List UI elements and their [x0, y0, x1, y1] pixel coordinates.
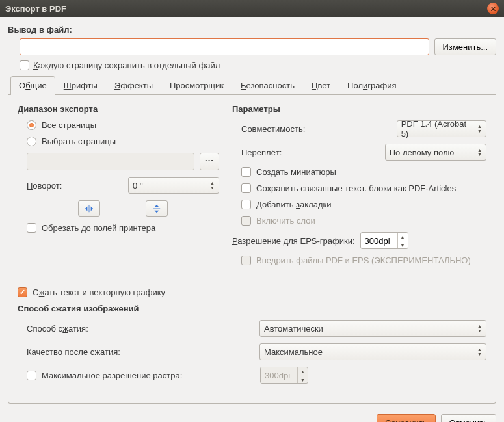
crop-checkbox[interactable]: [27, 223, 36, 233]
max-res-input: [261, 367, 297, 383]
spin-up-icon: ▲: [398, 233, 408, 241]
cancel-button[interactable]: Отменить: [441, 414, 496, 422]
compat-combo[interactable]: PDF 1.4 (Acrobat 5) ▲▼: [397, 120, 486, 137]
dialog-footer: Сохранить Отменить: [0, 409, 504, 422]
binding-label: Переплёт:: [241, 148, 282, 157]
save-button[interactable]: Сохранить: [377, 414, 436, 422]
save-each-page-checkbox[interactable]: [20, 60, 29, 70]
bookmarks-checkbox[interactable]: [241, 200, 251, 209]
thumbnails-checkbox[interactable]: [241, 167, 251, 177]
page-range-input[interactable]: [27, 153, 194, 170]
textframes-label: Сохранить связанные текст. блоки как PDF…: [256, 183, 456, 193]
textframes-checkbox[interactable]: [241, 183, 251, 193]
image-compress-title: Способ сжатия изображений: [18, 304, 486, 313]
tab-bar: Общие Шрифты Эффекты Просмотрщик Безопас…: [8, 75, 496, 95]
crop-label: Обрезать до полей принтера: [42, 223, 155, 233]
layers-checkbox: [241, 216, 251, 226]
compress-text-vector-label: Сжать текст и векторную графику: [33, 287, 165, 297]
titlebar: Экспорт в PDF: [0, 0, 504, 17]
tab-fonts[interactable]: Шрифты: [55, 76, 106, 95]
compress-quality-combo[interactable]: Максимальное ▲▼: [259, 343, 486, 360]
output-label: Вывод в файл:: [8, 25, 496, 34]
tab-viewer[interactable]: Просмотрщик: [161, 76, 232, 95]
embed-pdfeps-checkbox: [241, 256, 251, 265]
max-res-checkbox[interactable]: [27, 371, 36, 380]
tab-pane-general: Диапазон экспорта Все страницы Выбрать с…: [8, 95, 496, 404]
rotation-label: Поворот:: [27, 181, 62, 191]
mirror-vertical-button[interactable]: [146, 200, 168, 217]
params-title: Параметры: [232, 104, 486, 114]
tab-color[interactable]: Цвет: [303, 76, 339, 95]
eps-res-input[interactable]: [361, 233, 397, 248]
thumbnails-label: Создать миниатюры: [256, 167, 336, 177]
compress-method-combo[interactable]: Автоматически ▲▼: [259, 320, 486, 337]
compress-quality-label: Качество после сжатия:: [27, 347, 254, 357]
close-icon[interactable]: [487, 3, 499, 14]
max-res-label: Максимальное разрешение растра:: [42, 371, 255, 380]
tab-general[interactable]: Общие: [10, 76, 55, 95]
compat-label: Совместимость:: [241, 124, 305, 134]
window-title: Экспорт в PDF: [5, 4, 487, 14]
tab-security[interactable]: Безопасность: [232, 76, 303, 95]
tab-effects[interactable]: Эффекты: [106, 76, 161, 95]
choose-pages-label: Выбрать страницы: [42, 137, 116, 146]
tab-prepress[interactable]: Полиграфия: [339, 76, 405, 95]
save-each-page-label: Каждую страницу сохранить в отдельный фа…: [33, 60, 220, 70]
compress-method-label: Способ сжатия:: [27, 324, 254, 334]
rotation-combo[interactable]: 0 ° ▲▼: [128, 177, 219, 194]
max-res-spin: ▲▼: [260, 367, 308, 384]
embed-pdfeps-label: Внедрить файлы PDF и EPS (ЭКСПЕРИМЕНТАЛЬ…: [256, 256, 471, 265]
eps-res-label: Разрешение для EPS-графики:: [232, 236, 355, 246]
mirror-horizontal-button[interactable]: [78, 200, 100, 217]
choose-pages-radio[interactable]: [27, 137, 36, 146]
layers-label: Включить слои: [256, 216, 315, 226]
eps-res-spin[interactable]: ▲▼: [360, 232, 408, 249]
change-button[interactable]: Изменить...: [434, 38, 496, 55]
output-file-input[interactable]: [20, 38, 429, 55]
all-pages-radio[interactable]: [27, 120, 36, 130]
range-title: Диапазон экспорта: [18, 104, 219, 114]
page-range-ellipsis-button[interactable]: ...: [200, 153, 219, 170]
compress-text-vector-checkbox[interactable]: [18, 287, 27, 297]
all-pages-label: Все страницы: [42, 120, 96, 130]
binding-combo[interactable]: По левому полю ▲▼: [385, 144, 486, 161]
spin-down-icon: ▼: [398, 241, 408, 249]
bookmarks-label: Добавить закладки: [256, 200, 331, 209]
